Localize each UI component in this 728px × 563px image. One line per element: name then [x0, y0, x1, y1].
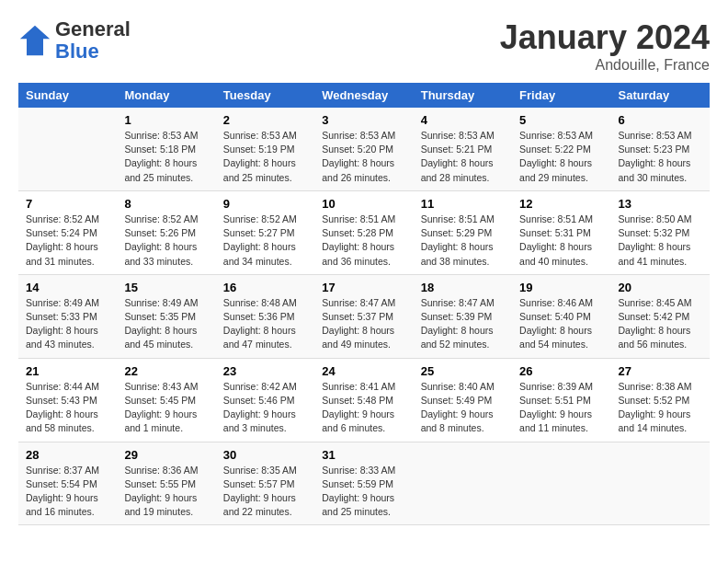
column-header-monday: Monday	[117, 83, 215, 108]
day-info: Sunrise: 8:53 AM Sunset: 5:19 PM Dayligh…	[223, 129, 307, 185]
day-cell: 9Sunrise: 8:52 AM Sunset: 5:27 PM Daylig…	[216, 190, 314, 274]
day-cell: 26Sunrise: 8:39 AM Sunset: 5:51 PM Dayli…	[512, 358, 610, 442]
day-cell: 6Sunrise: 8:53 AM Sunset: 5:23 PM Daylig…	[611, 108, 710, 190]
day-number: 10	[322, 197, 405, 211]
day-number: 1	[124, 113, 208, 127]
day-number: 30	[223, 448, 307, 462]
day-cell: 12Sunrise: 8:51 AM Sunset: 5:31 PM Dayli…	[512, 190, 610, 274]
day-number: 21	[26, 364, 109, 378]
day-number: 7	[26, 197, 109, 211]
day-info: Sunrise: 8:39 AM Sunset: 5:51 PM Dayligh…	[519, 380, 603, 436]
day-info: Sunrise: 8:36 AM Sunset: 5:55 PM Dayligh…	[124, 464, 208, 520]
day-info: Sunrise: 8:48 AM Sunset: 5:36 PM Dayligh…	[223, 296, 307, 352]
logo: General Blue	[18, 18, 131, 63]
day-cell: 17Sunrise: 8:47 AM Sunset: 5:37 PM Dayli…	[314, 274, 413, 358]
month-title: January 2024	[500, 18, 710, 57]
day-info: Sunrise: 8:46 AM Sunset: 5:40 PM Dayligh…	[519, 296, 603, 352]
day-cell: 18Sunrise: 8:47 AM Sunset: 5:39 PM Dayli…	[414, 274, 512, 358]
day-number: 22	[124, 364, 208, 378]
day-number: 27	[619, 364, 702, 378]
day-number: 29	[124, 448, 208, 462]
header-row: SundayMondayTuesdayWednesdayThursdayFrid…	[18, 83, 710, 108]
day-number: 16	[223, 281, 307, 294]
page-header: General Blue January 2024 Andouille, Fra…	[18, 18, 710, 74]
day-number: 18	[421, 281, 505, 294]
day-cell: 2Sunrise: 8:53 AM Sunset: 5:19 PM Daylig…	[216, 108, 314, 190]
day-info: Sunrise: 8:41 AM Sunset: 5:48 PM Dayligh…	[322, 380, 405, 436]
day-info: Sunrise: 8:52 AM Sunset: 5:24 PM Dayligh…	[26, 213, 109, 269]
logo-general-text: General	[55, 17, 131, 40]
day-info: Sunrise: 8:47 AM Sunset: 5:39 PM Dayligh…	[421, 296, 505, 352]
day-info: Sunrise: 8:33 AM Sunset: 5:59 PM Dayligh…	[322, 464, 405, 520]
day-info: Sunrise: 8:52 AM Sunset: 5:26 PM Dayligh…	[124, 213, 208, 269]
day-cell: 5Sunrise: 8:53 AM Sunset: 5:22 PM Daylig…	[512, 108, 610, 190]
day-number: 28	[26, 448, 109, 462]
day-cell: 23Sunrise: 8:42 AM Sunset: 5:46 PM Dayli…	[216, 358, 314, 442]
day-cell: 24Sunrise: 8:41 AM Sunset: 5:48 PM Dayli…	[314, 358, 413, 442]
day-cell: 7Sunrise: 8:52 AM Sunset: 5:24 PM Daylig…	[18, 190, 117, 274]
day-cell: 30Sunrise: 8:35 AM Sunset: 5:57 PM Dayli…	[216, 442, 314, 525]
day-info: Sunrise: 8:47 AM Sunset: 5:37 PM Dayligh…	[322, 296, 405, 352]
logo-blue-text: Blue	[55, 40, 99, 63]
day-info: Sunrise: 8:51 AM Sunset: 5:28 PM Dayligh…	[322, 213, 405, 269]
column-header-friday: Friday	[512, 83, 610, 108]
day-cell: 29Sunrise: 8:36 AM Sunset: 5:55 PM Dayli…	[117, 442, 215, 525]
day-cell: 11Sunrise: 8:51 AM Sunset: 5:29 PM Dayli…	[414, 190, 512, 274]
day-info: Sunrise: 8:53 AM Sunset: 5:23 PM Dayligh…	[619, 129, 702, 185]
column-header-saturday: Saturday	[611, 83, 710, 108]
day-cell: 22Sunrise: 8:43 AM Sunset: 5:45 PM Dayli…	[117, 358, 215, 442]
day-cell: 25Sunrise: 8:40 AM Sunset: 5:49 PM Dayli…	[414, 358, 512, 442]
calendar-table: SundayMondayTuesdayWednesdayThursdayFrid…	[18, 83, 710, 525]
week-row-3: 14Sunrise: 8:49 AM Sunset: 5:33 PM Dayli…	[18, 274, 710, 358]
day-cell: 8Sunrise: 8:52 AM Sunset: 5:26 PM Daylig…	[117, 190, 215, 274]
day-cell: 27Sunrise: 8:38 AM Sunset: 5:52 PM Dayli…	[611, 358, 710, 442]
day-cell: 10Sunrise: 8:51 AM Sunset: 5:28 PM Dayli…	[314, 190, 413, 274]
day-number: 11	[421, 197, 505, 211]
day-info: Sunrise: 8:40 AM Sunset: 5:49 PM Dayligh…	[421, 380, 505, 436]
day-number: 19	[519, 281, 603, 294]
day-info: Sunrise: 8:35 AM Sunset: 5:57 PM Dayligh…	[223, 464, 307, 520]
day-number: 12	[519, 197, 603, 211]
day-info: Sunrise: 8:44 AM Sunset: 5:43 PM Dayligh…	[26, 380, 109, 436]
day-cell: 3Sunrise: 8:53 AM Sunset: 5:20 PM Daylig…	[314, 108, 413, 190]
week-row-1: 1Sunrise: 8:53 AM Sunset: 5:18 PM Daylig…	[18, 108, 710, 190]
day-info: Sunrise: 8:49 AM Sunset: 5:35 PM Dayligh…	[124, 296, 208, 352]
day-cell: 14Sunrise: 8:49 AM Sunset: 5:33 PM Dayli…	[18, 274, 117, 358]
day-info: Sunrise: 8:53 AM Sunset: 5:22 PM Dayligh…	[519, 129, 603, 185]
day-number: 24	[322, 364, 405, 378]
day-info: Sunrise: 8:45 AM Sunset: 5:42 PM Dayligh…	[619, 296, 702, 352]
day-info: Sunrise: 8:51 AM Sunset: 5:29 PM Dayligh…	[421, 213, 505, 269]
day-cell	[611, 442, 710, 525]
day-info: Sunrise: 8:50 AM Sunset: 5:32 PM Dayligh…	[619, 213, 702, 269]
day-info: Sunrise: 8:42 AM Sunset: 5:46 PM Dayligh…	[223, 380, 307, 436]
day-number: 17	[322, 281, 405, 294]
title-section: January 2024 Andouille, France	[500, 18, 710, 74]
day-number: 14	[26, 281, 109, 294]
day-info: Sunrise: 8:53 AM Sunset: 5:20 PM Dayligh…	[322, 129, 405, 185]
day-number: 31	[322, 448, 405, 462]
week-row-5: 28Sunrise: 8:37 AM Sunset: 5:54 PM Dayli…	[18, 442, 710, 525]
day-number: 2	[223, 113, 307, 127]
day-cell: 20Sunrise: 8:45 AM Sunset: 5:42 PM Dayli…	[611, 274, 710, 358]
day-cell: 28Sunrise: 8:37 AM Sunset: 5:54 PM Dayli…	[18, 442, 117, 525]
day-number: 5	[519, 113, 603, 127]
day-number: 8	[124, 197, 208, 211]
day-info: Sunrise: 8:38 AM Sunset: 5:52 PM Dayligh…	[619, 380, 702, 436]
day-info: Sunrise: 8:52 AM Sunset: 5:27 PM Dayligh…	[223, 213, 307, 269]
svg-marker-0	[20, 26, 50, 55]
day-number: 15	[124, 281, 208, 294]
day-number: 3	[322, 113, 405, 127]
day-info: Sunrise: 8:43 AM Sunset: 5:45 PM Dayligh…	[124, 380, 208, 436]
column-header-wednesday: Wednesday	[314, 83, 413, 108]
day-number: 4	[421, 113, 505, 127]
day-cell: 21Sunrise: 8:44 AM Sunset: 5:43 PM Dayli…	[18, 358, 117, 442]
logo-text: General Blue	[55, 18, 131, 63]
day-cell	[18, 108, 117, 190]
day-cell: 1Sunrise: 8:53 AM Sunset: 5:18 PM Daylig…	[117, 108, 215, 190]
day-cell: 13Sunrise: 8:50 AM Sunset: 5:32 PM Dayli…	[611, 190, 710, 274]
location: Andouille, France	[500, 57, 710, 74]
day-info: Sunrise: 8:51 AM Sunset: 5:31 PM Dayligh…	[519, 213, 603, 269]
day-number: 9	[223, 197, 307, 211]
week-row-2: 7Sunrise: 8:52 AM Sunset: 5:24 PM Daylig…	[18, 190, 710, 274]
day-number: 20	[619, 281, 702, 294]
